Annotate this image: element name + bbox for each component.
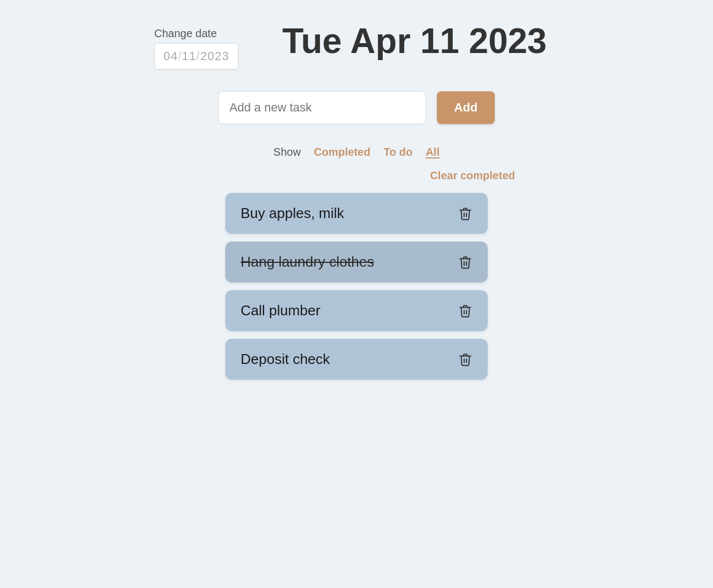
main-date-title: Tue Apr 11 2023 <box>282 22 547 60</box>
task-text: Buy apples, milk <box>241 205 344 222</box>
filter-all-button[interactable]: All <box>425 144 440 161</box>
filter-row: Show Completed To do All <box>165 144 548 161</box>
task-list: Buy apples, milk Hang laundry clothes <box>165 193 548 380</box>
slash-1: / <box>178 49 182 63</box>
task-input-row: Add <box>165 91 548 124</box>
date-picker-section: Change date 04/11/2023 <box>154 27 238 69</box>
task-item[interactable]: Call plumber <box>225 290 488 331</box>
delete-task-icon[interactable] <box>458 352 472 367</box>
task-text: Call plumber <box>241 302 320 319</box>
clear-completed-row: Clear completed <box>165 169 548 182</box>
date-input[interactable]: 04/11/2023 <box>154 43 238 69</box>
change-date-label: Change date <box>154 27 238 40</box>
delete-task-icon[interactable] <box>458 207 472 221</box>
date-day: 11 <box>182 49 196 63</box>
filter-show-label: Show <box>273 146 301 158</box>
date-year: 2023 <box>200 49 229 63</box>
new-task-input[interactable] <box>218 91 426 124</box>
header-area: Change date 04/11/2023 Tue Apr 11 2023 <box>110 22 603 69</box>
task-text: Hang laundry clothes <box>241 254 374 271</box>
task-item[interactable]: Deposit check <box>225 339 488 380</box>
delete-task-icon[interactable] <box>458 255 472 269</box>
filter-completed-button[interactable]: Completed <box>314 144 370 161</box>
date-month: 04 <box>163 49 178 63</box>
delete-task-icon[interactable] <box>458 304 472 318</box>
clear-completed-button[interactable]: Clear completed <box>430 169 515 182</box>
task-item[interactable]: Hang laundry clothes <box>225 242 488 283</box>
main-content: Add Show Completed To do All Clear compl… <box>165 91 548 380</box>
add-task-button[interactable]: Add <box>437 91 495 124</box>
filter-todo-button[interactable]: To do <box>383 144 412 161</box>
task-item[interactable]: Buy apples, milk <box>225 193 488 234</box>
task-text: Deposit check <box>241 351 330 368</box>
